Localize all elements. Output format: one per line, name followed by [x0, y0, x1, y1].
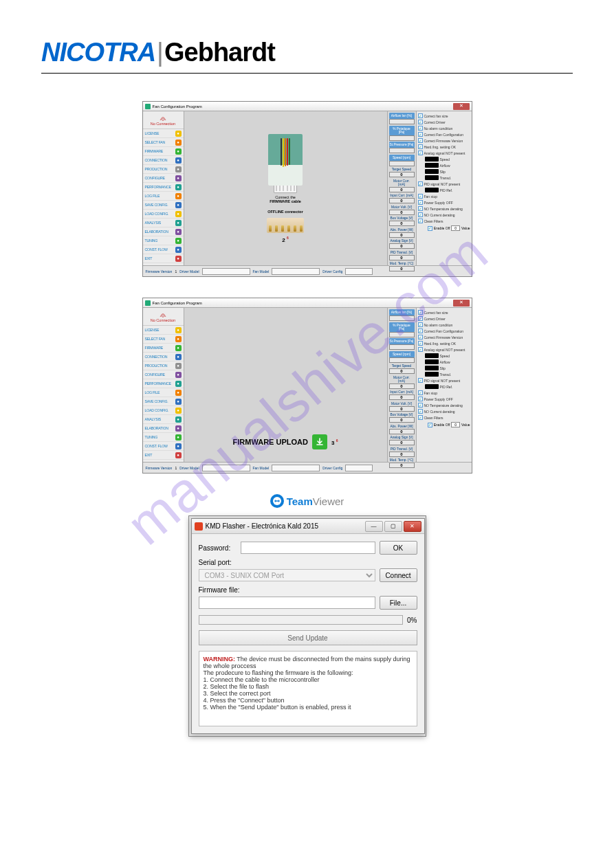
- value-label[interactable]: St.Pressure [Pa]: [389, 142, 415, 148]
- checkbox-icon[interactable]: ✓: [418, 397, 423, 401]
- value-display: 0: [389, 232, 415, 238]
- value-label[interactable]: Airflow Isn [%]: [389, 309, 415, 315]
- sidebar-item[interactable]: PRODUCTION●: [143, 361, 184, 370]
- sidebar-item[interactable]: CONFIGURE●: [143, 370, 184, 379]
- firmware-file-input[interactable]: [199, 597, 375, 609]
- checkbox-icon[interactable]: ✓: [418, 316, 423, 321]
- sidebar-item[interactable]: LOG FILE●: [143, 388, 184, 397]
- firmware-file-label: Firmware file:: [199, 586, 417, 594]
- kmd-flasher-window-outer: KMD Flasher - Electrónica Kald 2015 — ▢ …: [188, 515, 426, 737]
- driver-config-select[interactable]: [345, 268, 373, 275]
- sidebar-item[interactable]: LICENSE●: [143, 326, 184, 335]
- sidebar-item[interactable]: CONST. FLOW●: [143, 442, 184, 451]
- checkbox-icon[interactable]: ✓: [418, 194, 423, 199]
- sidebar-item[interactable]: ELABORATION●: [143, 227, 184, 236]
- password-input[interactable]: [241, 542, 375, 554]
- close-icon[interactable]: ✕: [453, 103, 470, 110]
- sidebar-item[interactable]: CONST. FLOW●: [143, 245, 184, 254]
- sidebar-item[interactable]: PRODUCTION●: [143, 165, 184, 174]
- checkbox-icon[interactable]: ✓: [418, 144, 423, 149]
- sidebar-item[interactable]: CONFIGURE●: [143, 174, 184, 183]
- indicator-pill: [425, 169, 439, 174]
- close-icon[interactable]: ✕: [404, 521, 421, 532]
- checkbox-icon[interactable]: ✓: [418, 322, 423, 327]
- download-icon[interactable]: [312, 434, 327, 449]
- value-label[interactable]: Speed [rpm]: [389, 155, 415, 161]
- sidebar-item[interactable]: EXIT●: [143, 254, 184, 263]
- sidebar-item[interactable]: PERFORMANCE●: [143, 183, 184, 192]
- sidebar-item[interactable]: LICENSE●: [143, 129, 184, 138]
- sidebar-item[interactable]: LOAD CONFIG.●: [143, 406, 184, 415]
- close-icon[interactable]: ✕: [453, 300, 470, 307]
- sidebar-item[interactable]: SELECT FAN●: [143, 335, 184, 344]
- sidebar-item[interactable]: LOAD CONFIG.●: [143, 210, 184, 219]
- firmware-cable-image: [268, 134, 303, 186]
- checkbox-icon[interactable]: ✓: [418, 181, 423, 186]
- value-display: 0: [389, 221, 415, 226]
- center-panel: FIRMWARE UPLOAD 3 6: [184, 308, 387, 462]
- sidebar-icon: ●: [175, 345, 182, 351]
- value-label[interactable]: Speed [rpm]: [389, 351, 415, 357]
- checkbox-icon[interactable]: ✓: [428, 423, 432, 427]
- checkbox-icon[interactable]: ✓: [418, 347, 423, 352]
- ok-button[interactable]: OK: [380, 541, 417, 555]
- check-row: ✓Correct Fan Configuration: [418, 328, 470, 334]
- sidebar-item[interactable]: LOG FILE●: [143, 192, 184, 201]
- fan-model-select[interactable]: [272, 268, 320, 275]
- sidebar-item[interactable]: ANALYSIS●: [143, 415, 184, 424]
- sidebar-item[interactable]: SELECT FAN●: [143, 138, 184, 147]
- minimize-icon[interactable]: —: [365, 521, 383, 532]
- checkbox-icon[interactable]: ✓: [418, 151, 423, 155]
- fan-model-select[interactable]: [272, 465, 320, 471]
- value-display: 0: [389, 417, 415, 423]
- checkbox-icon[interactable]: ✓: [428, 226, 432, 231]
- password-label: Password:: [199, 544, 237, 552]
- checkbox-icon[interactable]: ✓: [418, 335, 423, 340]
- checkbox-icon[interactable]: ✓: [418, 390, 423, 395]
- sidebar-item[interactable]: PERFORMANCE●: [143, 379, 184, 388]
- sidebar-item[interactable]: SAVE CONFIG.●: [143, 397, 184, 406]
- checkbox-icon[interactable]: ✓: [418, 200, 423, 205]
- value-label[interactable]: Airflow Isn [%]: [389, 113, 415, 119]
- sidebar-item[interactable]: SAVE CONFIG.●: [143, 201, 184, 210]
- checkbox-icon[interactable]: ✓: [418, 409, 423, 414]
- checkbox-icon[interactable]: ✓: [418, 132, 423, 137]
- sidebar-item[interactable]: FIRMWARE●: [143, 344, 184, 353]
- sidebar-item[interactable]: ELABORATION●: [143, 424, 184, 433]
- checkbox-icon[interactable]: ✓: [418, 415, 423, 420]
- sidebar-item[interactable]: CONNECTION●: [143, 353, 184, 361]
- sidebar-item[interactable]: TUNING●: [143, 433, 184, 442]
- checkbox-icon[interactable]: ✓: [418, 126, 423, 131]
- checkbox-icon[interactable]: ✓: [418, 378, 423, 383]
- value-label[interactable]: % Pstatique [Pa]: [389, 126, 415, 135]
- checkbox-icon[interactable]: ✓: [418, 138, 423, 143]
- checkbox-icon[interactable]: ✓: [418, 310, 423, 315]
- sidebar: No Connection LICENSE●SELECT FAN●FIRMWAR…: [143, 111, 184, 265]
- status-bar: Firmware Version1 Driver Model Fan Model…: [143, 462, 472, 473]
- sidebar-item[interactable]: TUNING●: [143, 236, 184, 245]
- checkbox-icon[interactable]: ✓: [418, 403, 423, 408]
- sidebar-item[interactable]: ANALYSIS●: [143, 219, 184, 227]
- driver-config-select[interactable]: [345, 465, 373, 471]
- value-label[interactable]: St.Pressure [Pa]: [389, 338, 415, 344]
- value-label[interactable]: % Pstatique [Pa]: [389, 322, 415, 332]
- sidebar-icon: ●: [175, 256, 182, 262]
- checkbox-icon[interactable]: ✓: [418, 206, 423, 211]
- checkbox-icon[interactable]: ✓: [418, 212, 423, 217]
- checkbox-icon[interactable]: ✓: [418, 341, 423, 346]
- checkbox-icon[interactable]: ✓: [418, 113, 423, 118]
- sidebar-item[interactable]: CONNECTION●: [143, 156, 184, 165]
- checkbox-icon[interactable]: ✓: [418, 219, 423, 223]
- checkbox-icon[interactable]: ✓: [418, 329, 423, 333]
- checkbox-icon[interactable]: ✓: [418, 120, 423, 124]
- driver-model-select[interactable]: [202, 465, 250, 471]
- connect-button[interactable]: Connect: [380, 568, 417, 582]
- sidebar-item[interactable]: EXIT●: [143, 451, 184, 460]
- maximize-icon[interactable]: ▢: [384, 521, 402, 532]
- send-update-button[interactable]: Send Update: [199, 630, 417, 645]
- indicator-row: Speed: [418, 353, 470, 359]
- sidebar-item[interactable]: FIRMWARE●: [143, 147, 184, 156]
- driver-model-select[interactable]: [202, 268, 250, 275]
- file-button[interactable]: File...: [380, 596, 417, 610]
- serial-port-select[interactable]: COM3 - SUNIX COM Port: [199, 569, 375, 581]
